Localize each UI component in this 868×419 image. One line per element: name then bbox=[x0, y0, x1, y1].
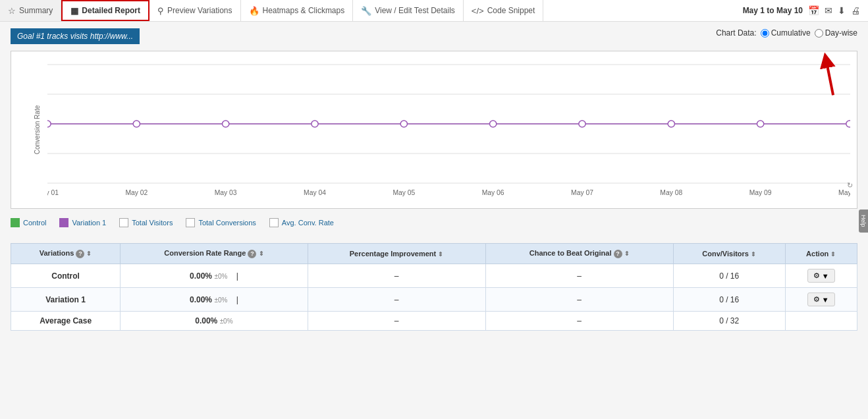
cell-chance-beat: – bbox=[485, 288, 673, 312]
table-header-row: Variations ? ⇕ Conversion Rate Range ? ⇕… bbox=[11, 244, 857, 264]
svg-text:May 09: May 09 bbox=[749, 189, 772, 196]
pct-sort-icon[interactable]: ⇕ bbox=[438, 251, 443, 258]
legend-control-swatch bbox=[11, 218, 20, 227]
chart-data-controls: Chart Data: Cumulative Day-wise bbox=[716, 28, 857, 38]
svg-point-20 bbox=[757, 121, 763, 127]
cumulative-radio[interactable] bbox=[761, 29, 769, 38]
col-header-chance-beat: Chance to Beat Original ? ⇕ bbox=[485, 244, 673, 264]
chart-data-label: Chart Data: bbox=[716, 28, 756, 38]
variations-help-icon[interactable]: ? bbox=[76, 250, 84, 258]
svg-text:May 05: May 05 bbox=[393, 189, 415, 196]
table-row: Variation 1 0.00% ±0% | – – 0 / 16 ⚙ bbox=[11, 288, 857, 312]
help-scroll-hint[interactable]: Help bbox=[859, 210, 868, 233]
results-table: Variations ? ⇕ Conversion Rate Range ? ⇕… bbox=[11, 243, 857, 331]
chart-svg: 1.00% 0.50% 0.00% -0.50% -1.00% bbox=[47, 51, 850, 196]
tab-preview-variations[interactable]: ⚲ Preview Variations bbox=[149, 0, 240, 21]
action-button-control[interactable]: ⚙ ▼ bbox=[807, 269, 835, 283]
chance-beat-help-icon[interactable]: ? bbox=[614, 250, 622, 258]
cell-conv-visitors: 0 / 16 bbox=[673, 288, 785, 312]
chart-container: Conversion Rate 1.00% bbox=[11, 51, 857, 209]
top-navigation: ☆ Summary ▦ Detailed Report ⚲ Preview Va… bbox=[0, 0, 868, 22]
svg-text:May 07: May 07 bbox=[571, 189, 593, 196]
cell-conv-visitors: 0 / 16 bbox=[673, 264, 785, 288]
svg-point-12 bbox=[47, 121, 51, 127]
cumulative-radio-label[interactable]: Cumulative bbox=[761, 28, 811, 38]
action-sort-icon[interactable]: ⇕ bbox=[830, 251, 836, 258]
gear-icon: ⚙ bbox=[813, 271, 820, 280]
variations-sort-icon[interactable]: ⇕ bbox=[86, 250, 92, 257]
col-header-action: Action ⇕ bbox=[785, 244, 857, 264]
action-button-variation1[interactable]: ⚙ ▼ bbox=[807, 293, 835, 306]
gear-icon: ⚙ bbox=[813, 295, 820, 304]
chance-beat-sort-icon[interactable]: ⇕ bbox=[624, 250, 630, 257]
table-row: Control 0.00% ±0% | – – 0 / 16 ⚙ ▼ bbox=[11, 264, 857, 288]
bar-chart-icon: ▦ bbox=[70, 6, 78, 16]
main-content: Goal #1 tracks visits http://www... Char… bbox=[0, 22, 868, 337]
legend-control[interactable]: Control bbox=[11, 218, 46, 227]
date-range-label: May 1 to May 10 bbox=[743, 6, 803, 15]
y-axis-label: Conversion Rate bbox=[34, 105, 41, 154]
legend-total-conversions[interactable]: Total Conversions bbox=[186, 218, 256, 227]
svg-text:May 08: May 08 bbox=[660, 189, 682, 196]
col-header-variations: Variations ? ⇕ bbox=[11, 244, 121, 264]
tab-view-edit[interactable]: 🔧 View / Edit Test Details bbox=[353, 0, 464, 21]
tab-detailed-report[interactable]: ▦ Detailed Report bbox=[61, 0, 149, 21]
cell-chance-beat: – bbox=[485, 264, 673, 288]
conv-visitors-sort-icon[interactable]: ⇕ bbox=[751, 251, 756, 258]
legend-total-visitors-swatch bbox=[119, 218, 128, 227]
refresh-icon[interactable]: ↻ bbox=[847, 181, 853, 190]
wrench-icon: 🔧 bbox=[361, 6, 371, 16]
chart-legend: Control Variation 1 Total Visitors Total… bbox=[11, 215, 857, 230]
tab-preview-variations-label: Preview Variations bbox=[167, 6, 232, 15]
dropdown-arrow-icon: ▼ bbox=[822, 272, 829, 280]
legend-total-conversions-swatch bbox=[186, 218, 195, 227]
tab-summary[interactable]: ☆ Summary bbox=[0, 0, 61, 21]
star-icon: ☆ bbox=[8, 6, 16, 16]
svg-text:May 04: May 04 bbox=[304, 189, 326, 196]
cell-action: ⚙ ▼ bbox=[785, 288, 857, 312]
legend-variation1[interactable]: Variation 1 bbox=[59, 218, 106, 227]
tab-code-snippet-label: Code Snippet bbox=[487, 6, 535, 15]
cell-conv-rate-range: 0.00% ±0% | bbox=[121, 288, 308, 312]
daywise-radio-label[interactable]: Day-wise bbox=[815, 28, 857, 38]
tab-heatmaps[interactable]: 🔥 Heatmaps & Clickmaps bbox=[241, 0, 354, 21]
results-table-section: Variations ? ⇕ Conversion Rate Range ? ⇕… bbox=[11, 243, 857, 331]
mail-button[interactable]: ✉ bbox=[825, 5, 832, 16]
legend-total-visitors[interactable]: Total Visitors bbox=[119, 218, 173, 227]
legend-avg-conv-rate-swatch bbox=[269, 218, 279, 227]
col-header-conv-rate-range: Conversion Rate Range ? ⇕ bbox=[121, 244, 308, 264]
download-button[interactable]: ⬇ bbox=[838, 5, 846, 16]
legend-avg-conv-rate[interactable]: Avg. Conv. Rate bbox=[269, 218, 334, 227]
conv-rate-help-icon[interactable]: ? bbox=[248, 250, 256, 258]
cell-variation-name: Variation 1 bbox=[11, 288, 121, 312]
cell-conv-rate-range: 0.00% ±0% | bbox=[121, 264, 308, 288]
col-header-conv-visitors: Conv/Visitors ⇕ bbox=[673, 244, 785, 264]
dropdown-arrow-icon: ▼ bbox=[822, 296, 829, 304]
cell-conv-visitors: 0 / 32 bbox=[673, 312, 785, 331]
svg-text:May 10: May 10 bbox=[838, 189, 850, 196]
svg-text:May 01: May 01 bbox=[47, 189, 59, 196]
cell-pct-improvement: – bbox=[308, 288, 485, 312]
svg-point-19 bbox=[668, 121, 674, 127]
tab-heatmaps-label: Heatmaps & Clickmaps bbox=[263, 6, 345, 15]
calendar-button[interactable]: 📅 bbox=[808, 5, 819, 16]
tab-detailed-report-label: Detailed Report bbox=[82, 6, 140, 15]
tab-view-edit-label: View / Edit Test Details bbox=[375, 6, 455, 15]
conv-rate-sort-icon[interactable]: ⇕ bbox=[259, 250, 264, 257]
cell-pct-improvement: – bbox=[308, 312, 485, 331]
code-icon: </> bbox=[472, 6, 484, 16]
tab-code-snippet[interactable]: </> Code Snippet bbox=[464, 0, 544, 21]
flame-icon: 🔥 bbox=[249, 6, 259, 16]
table-body: Control 0.00% ±0% | – – 0 / 16 ⚙ ▼ bbox=[11, 264, 857, 331]
svg-point-13 bbox=[133, 121, 140, 127]
cell-variation-name: Control bbox=[11, 264, 121, 288]
svg-text:May 03: May 03 bbox=[215, 189, 237, 196]
print-button[interactable]: 🖨 bbox=[851, 5, 860, 16]
svg-point-14 bbox=[222, 121, 229, 127]
svg-text:May 02: May 02 bbox=[125, 189, 148, 196]
daywise-radio[interactable] bbox=[815, 29, 823, 38]
goal-label: Goal #1 tracks visits http://www... bbox=[11, 28, 140, 44]
svg-text:May 06: May 06 bbox=[482, 189, 504, 196]
tab-summary-label: Summary bbox=[19, 6, 53, 15]
col-header-pct-improvement: Percentage Improvement ⇕ bbox=[308, 244, 485, 264]
